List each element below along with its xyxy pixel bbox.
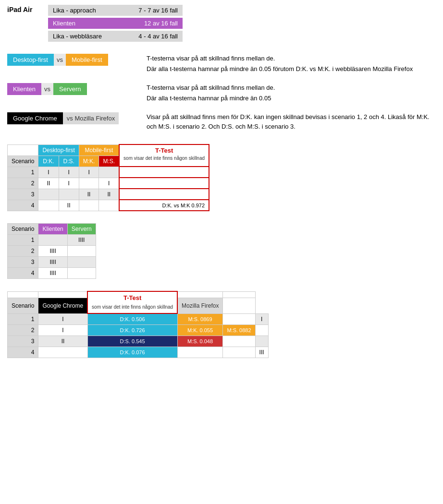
table-row: 2 IIII [8,246,96,257]
ipad-section: iPad Air Lika - approach7 - 7 av 16 fall… [7,5,436,42]
t1-col-mk: M:K. [79,156,99,167]
t3-spacer [38,291,87,298]
google-cell: II [38,336,87,347]
servern-cell [67,246,96,257]
ipad-row: Klienten12 av 16 fall [48,18,183,29]
t2-scenario-header: Scenario [8,224,38,235]
mk-cell [79,200,99,211]
comp-chrome-firefox-labels: Google Chrome vs Mozilla Firefox [7,112,142,124]
table-row: 4 D:K. 0.076 III [8,347,269,358]
ttest-result-cell [223,347,255,358]
dk-cell: I [38,167,59,178]
comp-klienten-servern: Klienten vs Servern T-testerna visar på … [7,83,436,104]
scenario-cell: 2 [8,324,38,336]
comp-cf-line1: Visar på att skillnad finns men för D:K.… [147,112,436,131]
t3-col-google: Google Chrome [38,298,87,313]
scenario-cell: 4 [8,200,38,211]
table-row: 1 I D:K. 0.506M:S. 0869 I [8,313,269,324]
table-row: 4 II D:K. vs M:K 0.972 [8,200,209,211]
google-cell: I [38,324,87,336]
label-google-chrome: Google Chrome [7,112,63,124]
ttest-result-cell: D:S. 0.545 [87,336,177,347]
scenario-cell: 3 [8,189,38,200]
ttest-result-cell: D:K. 0.726 [87,324,177,336]
ipad-row: Lika - approach7 - 7 av 16 fall [48,5,183,16]
dk-cell [38,189,59,200]
table-row: 2 I D:K. 0.726M:K. 0.055M:S. 0882 [8,324,269,336]
scenario-cell: 2 [8,178,38,189]
table-row: 3 IIII [8,257,96,268]
t3-extra1 [223,298,255,313]
label-klienten: Klienten [7,83,41,95]
ttest-result-cell: M:S. 0.048 [177,336,223,347]
ttest-result-cell: M:S. 0869 [177,313,223,324]
comp-ks-line2: Där alla t-testerna hamnar på mindre än … [147,94,436,103]
google-cell: I [38,313,87,324]
scenario-cell: 1 [8,167,38,178]
ttest-cell: D:K. vs M:K 0.972 [119,200,209,211]
ipad-row-value: 12 av 16 fall [125,18,183,29]
comp-text-line2: Där alla t-testerna hamnar på mindre än … [147,64,436,74]
mozilla-cell: I [255,313,268,324]
klienten-cell: IIII [38,268,67,279]
vs-label-1: vs [54,54,66,66]
ttest-result-cell: D:K. 0.076 [87,347,177,358]
t3-spacer2 [177,291,223,298]
ms-cell: II [99,189,119,200]
scenario-cell: 3 [8,257,38,268]
comp-klienten-servern-labels: Klienten vs Servern [7,83,142,95]
comp-chrome-firefox: Google Chrome vs Mozilla Firefox Visar p… [7,112,436,132]
t1-col-ms: M:S. [99,156,119,167]
klienten-cell: IIII [38,257,67,268]
table-row: 3 II II [8,189,209,200]
mk-cell: I [79,167,99,178]
table-row: 1 IIII [8,235,96,246]
t1-scenario-header: Scenario [8,156,38,167]
comparisons-section: Desktop-first vs Mobile-first T-testerna… [7,54,436,132]
klienten-cell: IIII [38,246,67,257]
comp-klienten-servern-text: T-testerna visar på att skillnad finns m… [147,83,436,104]
ipad-row-value: 7 - 7 av 16 fall [125,5,183,16]
ttest-result-cell [223,313,255,324]
mozilla-cell: III [255,347,268,358]
table-row: 1 I I I [8,167,209,178]
table2-section: Scenario Klienten Servern 1 IIII 2 IIII … [7,223,436,279]
comp-desktop-mobile-text: T-testerna visar på att skillnad finns m… [147,54,436,74]
dk-cell: II [38,178,59,189]
ms-cell [99,167,119,178]
t3-scenario-header: Scenario [8,298,38,313]
scenario-cell: 4 [8,347,38,358]
t1-col-ds: D:S. [59,156,79,167]
ttest-result-cell: M:K. 0.055 [177,324,223,336]
dk-cell [38,200,59,211]
servern-cell [67,268,96,279]
t3-col-mozilla: Mozilla Firefox [177,298,223,313]
label-desktop-first: Desktop-first [7,54,54,66]
table-row: 4 IIII [8,268,96,279]
servern-cell [67,257,96,268]
ms-cell: I [99,178,119,189]
t1-header-desktop: Desktop-first [38,144,79,156]
t2-col-servern: Servern [67,224,96,235]
comp-desktop-mobile: Desktop-first vs Mobile-first T-testerna… [7,54,436,74]
ipad-row-value: 4 - 4 av 16 fall [125,31,183,42]
ttest-result-cell: D:K. 0.506 [87,313,177,324]
scenario-cell: 2 [8,246,38,257]
ipad-title: iPad Air [7,5,41,13]
ttest-result-cell [223,336,255,347]
mozilla-cell [255,324,268,336]
table2: Scenario Klienten Servern 1 IIII 2 IIII … [7,223,96,279]
google-cell [38,347,87,358]
ipad-row-label: Klienten [48,18,125,29]
table3: T-Test som visar det inte finns någon sk… [7,291,269,358]
mozilla-cell [255,336,268,347]
table1-section: Desktop-first Mobile-first T-Test som vi… [7,144,436,211]
t3-corner [8,291,38,298]
mk-cell [79,178,99,189]
mk-cell: II [79,189,99,200]
vs-label-2: vs [41,83,53,95]
label-servern: Servern [53,83,87,95]
comp-desktop-mobile-labels: Desktop-first vs Mobile-first [7,54,142,66]
scenario-cell: 4 [8,268,38,279]
comp-text-line1: T-testerna visar på att skillnad finns m… [147,54,436,63]
